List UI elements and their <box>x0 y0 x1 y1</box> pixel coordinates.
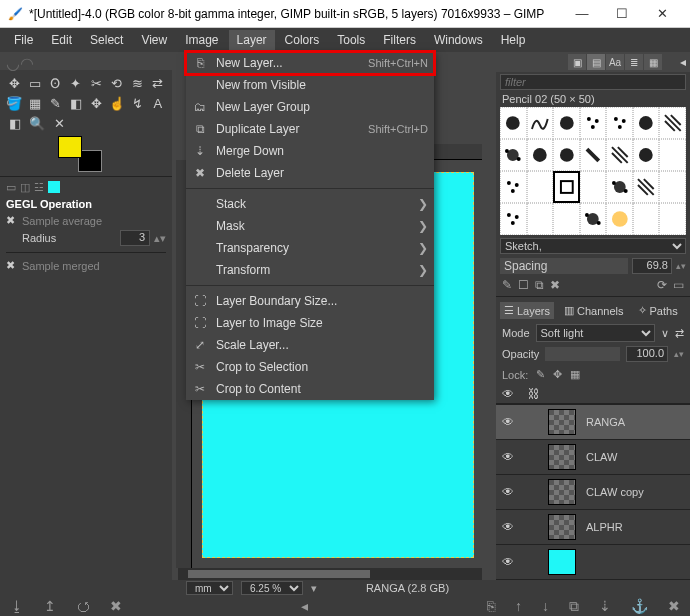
menu-layer[interactable]: Layer <box>229 30 275 50</box>
zoom-selector[interactable]: 6.25 % <box>241 581 303 595</box>
lock-alpha-icon[interactable]: ▦ <box>570 368 580 381</box>
menu-colors[interactable]: Colors <box>277 30 328 50</box>
layer-visibility-icon[interactable]: 👁 <box>502 485 518 499</box>
refresh-brushes-icon[interactable]: ⟳ <box>657 278 667 292</box>
canvas-scrollbar-horizontal[interactable] <box>178 568 482 580</box>
spinner-icon[interactable]: ▴▾ <box>154 232 166 245</box>
rotate-tool-icon[interactable]: ⟲ <box>109 74 126 92</box>
text-tool-icon[interactable]: A <box>150 94 167 112</box>
menu-tools[interactable]: Tools <box>329 30 373 50</box>
menu-view[interactable]: View <box>133 30 175 50</box>
blend-mode-select[interactable]: Soft light <box>536 324 655 342</box>
layer-thumbnail[interactable] <box>548 444 576 470</box>
brush-cell[interactable] <box>527 171 554 203</box>
brush-cell[interactable] <box>580 171 607 203</box>
brush-cell[interactable] <box>633 203 660 235</box>
radius-input[interactable]: 3 <box>120 230 150 246</box>
select-tool-icon[interactable]: ▭ <box>27 74 44 92</box>
layer-item[interactable]: 👁CLAW copy <box>496 475 690 510</box>
brush-cell[interactable] <box>553 139 580 171</box>
warp-tool-icon[interactable]: ≋ <box>129 74 146 92</box>
brush-cell[interactable] <box>606 139 633 171</box>
brush-cell[interactable] <box>606 107 633 139</box>
footer-icon[interactable]: ⚓ <box>631 598 648 614</box>
menu-windows[interactable]: Windows <box>426 30 491 50</box>
wand-tool-icon[interactable]: ✦ <box>68 74 85 92</box>
layer-name-label[interactable]: ALPHR <box>586 521 623 533</box>
layer-item[interactable]: 👁RANGA <box>496 405 690 440</box>
menu-item-new-layer[interactable]: ⎘New Layer...Shift+Ctrl+N <box>186 52 434 74</box>
footer-icon[interactable]: ✖ <box>668 598 680 614</box>
opacity-value[interactable]: 100.0 <box>626 346 668 362</box>
menu-select[interactable]: Select <box>82 30 131 50</box>
new-brush-icon[interactable]: ☐ <box>518 278 529 292</box>
menu-item-new-from-visible[interactable]: New from Visible <box>186 74 434 96</box>
layer-item[interactable]: 👁ALPHR <box>496 510 690 545</box>
brush-cell[interactable] <box>553 171 580 203</box>
menu-item-duplicate-layer[interactable]: ⧉Duplicate LayerShift+Ctrl+D <box>186 118 434 140</box>
smudge-tool-icon[interactable]: ☝ <box>109 94 126 112</box>
tab-paths[interactable]: ✧Paths <box>634 302 682 319</box>
menu-item-scale-layer[interactable]: ⤢Scale Layer... <box>186 334 434 356</box>
brush-filter-input[interactable] <box>500 74 686 90</box>
lasso-tool-icon[interactable]: ʘ <box>47 74 64 92</box>
menu-edit[interactable]: Edit <box>43 30 80 50</box>
path-tool-icon[interactable]: ↯ <box>129 94 146 112</box>
menu-item-stack[interactable]: Stack❯ <box>186 193 434 215</box>
minimize-button[interactable]: — <box>562 0 602 28</box>
layer-name-label[interactable]: CLAW copy <box>586 486 644 498</box>
menu-item-transform[interactable]: Transform❯ <box>186 259 434 281</box>
zoom-tool-icon[interactable]: 🔍 <box>28 114 46 132</box>
eraser-tool-icon[interactable]: ◧ <box>68 94 85 112</box>
menu-item-new-layer-group[interactable]: 🗂New Layer Group <box>186 96 434 118</box>
fg-color-swatch[interactable] <box>58 136 82 158</box>
menu-item-layer-boundary-size[interactable]: ⛶Layer Boundary Size... <box>186 290 434 312</box>
brush-cell[interactable] <box>500 171 527 203</box>
layer-thumbnail[interactable] <box>548 409 576 435</box>
layer-visibility-icon[interactable]: 👁 <box>502 520 518 534</box>
clone-tool-icon[interactable]: ✥ <box>88 94 105 112</box>
brush-cell[interactable] <box>659 203 686 235</box>
chevron-down-icon[interactable]: ▾ <box>311 582 317 595</box>
brush-cell[interactable] <box>659 171 686 203</box>
tab-icon[interactable]: ◫ <box>20 181 30 194</box>
footer-icon[interactable]: ⭳ <box>10 598 24 614</box>
menu-item-delete-layer[interactable]: ✖Delete Layer <box>186 162 434 184</box>
brush-cell[interactable] <box>606 203 633 235</box>
pencil-tool-icon[interactable]: ✎ <box>47 94 64 112</box>
brush-preset-select[interactable]: Sketch, <box>500 238 686 254</box>
layer-thumbnail[interactable] <box>548 514 576 540</box>
brush-cell[interactable] <box>553 203 580 235</box>
close-option-icon[interactable]: ✖ <box>6 259 18 272</box>
scrollbar-thumb[interactable] <box>188 570 370 578</box>
dock-tab-history[interactable]: ≣ <box>625 54 643 70</box>
menu-item-crop-to-selection[interactable]: ✂Crop to Selection <box>186 356 434 378</box>
brush-cell[interactable] <box>659 139 686 171</box>
crop-tool-icon[interactable]: ✂ <box>88 74 105 92</box>
brush-cell[interactable] <box>500 139 527 171</box>
brush-cell[interactable] <box>606 171 633 203</box>
delete-brush-icon[interactable]: ✖ <box>550 278 560 292</box>
close-button[interactable]: ✕ <box>642 0 682 28</box>
dock-tab-patterns[interactable]: ▤ <box>587 54 605 70</box>
layer-thumbnail[interactable] <box>548 479 576 505</box>
dock-tab-other[interactable]: ▦ <box>644 54 662 70</box>
spinner-icon[interactable]: ▴▾ <box>674 349 684 359</box>
layer-visibility-icon[interactable]: 👁 <box>502 415 518 429</box>
dock-menu-icon[interactable]: ◂ <box>680 55 686 69</box>
chevron-down-icon[interactable]: ∨ <box>661 327 669 340</box>
brush-cell[interactable] <box>553 107 580 139</box>
menu-item-mask[interactable]: Mask❯ <box>186 215 434 237</box>
brush-cell[interactable] <box>580 139 607 171</box>
bucket-tool-icon[interactable]: 🪣 <box>6 94 23 112</box>
open-brush-icon[interactable]: ▭ <box>673 278 684 292</box>
menu-file[interactable]: File <box>6 30 41 50</box>
footer-icon[interactable]: ↓ <box>542 598 549 614</box>
layer-name-label[interactable]: RANGA <box>586 416 625 428</box>
footer-icon[interactable]: ⇣ <box>599 598 611 614</box>
brush-grid[interactable] <box>500 107 686 235</box>
layer-visibility-icon[interactable]: 👁 <box>502 450 518 464</box>
brush-cell[interactable] <box>527 203 554 235</box>
move-tool-icon[interactable]: ✥ <box>6 74 23 92</box>
menu-item-crop-to-content[interactable]: ✂Crop to Content <box>186 378 434 400</box>
